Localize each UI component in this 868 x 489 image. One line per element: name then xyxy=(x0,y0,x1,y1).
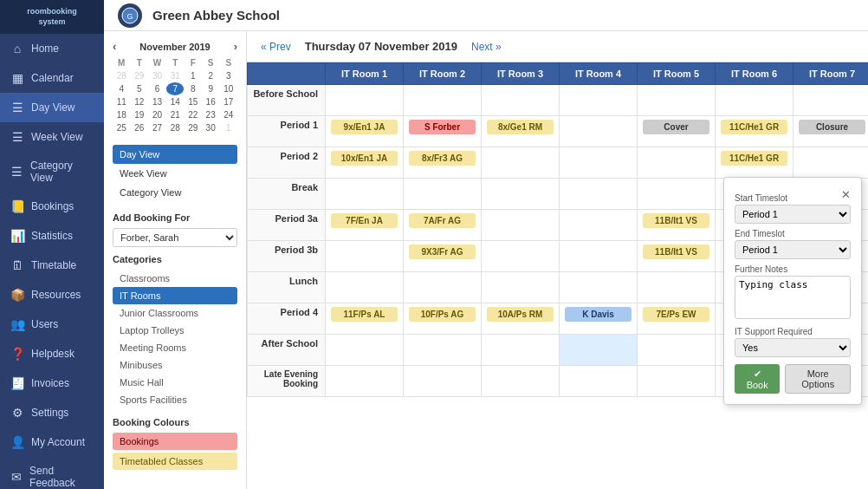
cell-before-r3[interactable] xyxy=(482,85,560,116)
cell-as-r4[interactable] xyxy=(560,335,638,366)
cell-before-r7[interactable] xyxy=(794,85,869,116)
sidebar-item-settings[interactable]: ⚙ Settings xyxy=(0,398,104,427)
cell-p3b-r2[interactable]: 9X3/Fr AG xyxy=(404,241,482,272)
cell-p4-r5[interactable]: 7E/Ps EW xyxy=(638,303,716,335)
start-timeslot-select[interactable]: Period 1 xyxy=(735,205,851,224)
cell-le-r4[interactable] xyxy=(560,366,638,397)
cell-p2-r3[interactable] xyxy=(482,147,560,179)
cell-p3a-r2[interactable]: 7A/Fr AG xyxy=(404,210,482,241)
booking-p2-r1[interactable]: 10x/En1 JA xyxy=(331,151,398,166)
cell-lunch-r1[interactable] xyxy=(326,272,404,303)
book-button[interactable]: ✔ Book xyxy=(735,364,780,394)
cell-p4-r3[interactable]: 10A/Ps RM xyxy=(482,303,560,335)
booking-p2-r6[interactable]: 11C/He1 GR xyxy=(721,151,787,166)
cell-p4-r2[interactable]: 10F/Ps AG xyxy=(404,303,482,335)
sidebar-item-catview[interactable]: ☰ Category View xyxy=(0,152,104,192)
category-view-btn[interactable]: Category View xyxy=(113,183,237,202)
cat-it-rooms[interactable]: IT Rooms xyxy=(113,287,237,304)
cell-p1-r6[interactable]: 11C/He1 GR xyxy=(716,116,794,147)
cat-sports[interactable]: Sports Facilities xyxy=(113,391,237,408)
booking-p1-r5[interactable]: Cover xyxy=(643,120,709,134)
cell-before-r4[interactable] xyxy=(560,85,638,116)
cell-before-r1[interactable] xyxy=(326,85,404,116)
cell-p1-r3[interactable]: 8x/Ge1 RM xyxy=(482,116,560,147)
cell-break-r1[interactable] xyxy=(326,179,404,210)
cell-as-r5[interactable] xyxy=(638,335,716,366)
cell-p3b-r1[interactable] xyxy=(326,241,404,272)
cell-break-r5[interactable] xyxy=(638,179,716,210)
cell-le-r3[interactable] xyxy=(482,366,560,397)
cell-lunch-r2[interactable] xyxy=(404,272,482,303)
cell-p2-r5[interactable] xyxy=(638,147,716,179)
popup-close-btn[interactable]: ✕ xyxy=(841,188,851,201)
sidebar-item-helpdesk[interactable]: ❓ Helpdesk xyxy=(0,339,104,368)
cell-p4-r1[interactable]: 11F/Ps AL xyxy=(326,303,404,335)
booking-p3b-r2[interactable]: 9X3/Fr AG xyxy=(409,244,476,259)
cell-break-r2[interactable] xyxy=(404,179,482,210)
cell-p3b-r3[interactable] xyxy=(482,241,560,272)
booking-p4-r5[interactable]: 7E/Ps EW xyxy=(643,307,709,322)
booking-p4-r2[interactable]: 10F/Ps AG xyxy=(409,307,476,322)
cell-p1-r4[interactable] xyxy=(560,116,638,147)
cell-as-r3[interactable] xyxy=(482,335,560,366)
cell-le-r1[interactable] xyxy=(326,366,404,397)
booking-p1-r1[interactable]: 9x/En1 JA xyxy=(331,120,398,134)
cat-laptop-trolleys[interactable]: Laptop Trolleys xyxy=(113,322,237,339)
next-btn[interactable]: Next » xyxy=(471,41,502,53)
cell-le-r2[interactable] xyxy=(404,366,482,397)
sidebar-item-feedback[interactable]: ✉ Send Feedback xyxy=(0,457,104,489)
booking-p3a-r1[interactable]: 7F/En JA xyxy=(331,213,398,228)
day-view-btn[interactable]: Day View xyxy=(113,145,237,164)
cell-break-r4[interactable] xyxy=(560,179,638,210)
cell-p1-r5[interactable]: Cover xyxy=(638,116,716,147)
sidebar-item-users[interactable]: 👥 Users xyxy=(0,310,104,339)
cell-p3a-r3[interactable] xyxy=(482,210,560,241)
cell-break-r3[interactable] xyxy=(482,179,560,210)
booking-p3a-r2[interactable]: 7A/Fr AG xyxy=(409,213,476,228)
cell-p3a-r5[interactable]: 11B/It1 VS xyxy=(638,210,716,241)
cell-p3b-r4[interactable] xyxy=(560,241,638,272)
cat-meeting-rooms[interactable]: Meeting Rooms xyxy=(113,339,237,356)
cell-p2-r4[interactable] xyxy=(560,147,638,179)
sidebar-item-invoices[interactable]: 🧾 Invoices xyxy=(0,368,104,398)
sidebar-item-weekview[interactable]: ☰ Week View xyxy=(0,122,104,152)
cat-classrooms[interactable]: Classrooms xyxy=(113,270,237,287)
sidebar-item-dayview[interactable]: ☰ Day View xyxy=(0,93,104,122)
cell-before-r5[interactable] xyxy=(638,85,716,116)
booking-p4-r1[interactable]: 11F/Ps AL xyxy=(331,307,398,322)
cell-lunch-r4[interactable] xyxy=(560,272,638,303)
cell-p2-r2[interactable]: 8x/Fr3 AG xyxy=(404,147,482,179)
sidebar-item-bookings[interactable]: 📒 Bookings xyxy=(0,192,104,221)
booking-p1-r6[interactable]: 11C/He1 GR xyxy=(721,120,787,134)
cat-music-hall[interactable]: Music Hall xyxy=(113,374,237,391)
notes-textarea[interactable]: Typing class xyxy=(735,276,851,319)
booking-p1-r2[interactable]: S Forber xyxy=(409,120,476,134)
cell-as-r2[interactable] xyxy=(404,335,482,366)
booking-p1-r7[interactable]: Closure xyxy=(799,120,865,134)
cell-p2-r1[interactable]: 10x/En1 JA xyxy=(326,147,404,179)
cell-p3a-r1[interactable]: 7F/En JA xyxy=(326,210,404,241)
sidebar-item-timetable[interactable]: 🗓 Timetable xyxy=(0,251,104,280)
cat-junior-classrooms[interactable]: Junior Classrooms xyxy=(113,304,237,322)
end-timeslot-select[interactable]: Period 1 xyxy=(735,240,851,259)
more-options-button[interactable]: More Options xyxy=(785,364,851,394)
cell-before-r6[interactable] xyxy=(716,85,794,116)
cell-p4-r4[interactable]: K Davis xyxy=(560,303,638,335)
cell-p2-r6[interactable]: 11C/He1 GR xyxy=(716,147,794,179)
cell-p2-r7[interactable] xyxy=(794,147,869,179)
cell-before-r2[interactable] xyxy=(404,85,482,116)
booking-p2-r2[interactable]: 8x/Fr3 AG xyxy=(409,151,476,166)
booking-p1-r3[interactable]: 8x/Ge1 RM xyxy=(487,120,554,134)
sidebar-item-statistics[interactable]: 📊 Statistics xyxy=(0,221,104,251)
cell-p1-r2[interactable]: S Forber xyxy=(404,116,482,147)
booking-p4-r4[interactable]: K Davis xyxy=(565,307,632,322)
week-view-btn[interactable]: Week View xyxy=(113,164,237,183)
sidebar-item-myaccount[interactable]: 👤 My Account xyxy=(0,427,104,457)
sidebar-item-calendar[interactable]: ▦ Calendar xyxy=(0,63,104,93)
booking-p4-r3[interactable]: 10A/Ps RM xyxy=(487,307,554,322)
cell-lunch-r3[interactable] xyxy=(482,272,560,303)
it-support-select[interactable]: Yes No xyxy=(735,338,851,357)
booking-person-select[interactable]: Forber, Sarah xyxy=(113,228,237,247)
prev-btn[interactable]: « Prev xyxy=(261,41,291,53)
cell-p3a-r4[interactable] xyxy=(560,210,638,241)
